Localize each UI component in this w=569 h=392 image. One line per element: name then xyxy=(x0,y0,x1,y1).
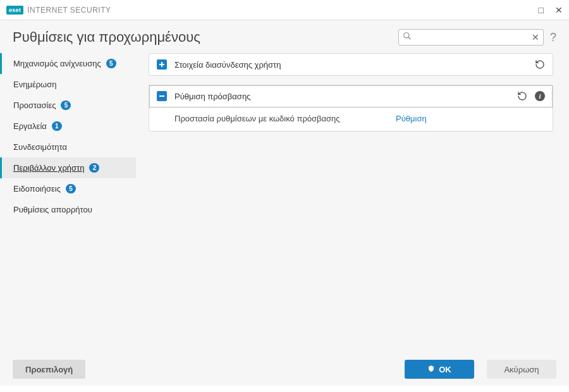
expand-icon[interactable] xyxy=(157,59,167,70)
help-icon[interactable]: ? xyxy=(550,31,556,44)
sidebar-badge: 5 xyxy=(66,184,76,193)
sidebar-item-4[interactable]: Συνδεσιμότητα xyxy=(0,137,136,157)
sidebar-item-label: Περιβάλλον χρήστη xyxy=(13,163,84,173)
panel-icons: i xyxy=(517,91,545,101)
ok-button[interactable]: OK xyxy=(405,360,474,379)
sidebar-item-7[interactable]: Ρυθμίσεις απορρήτου xyxy=(0,199,136,220)
title-left: eset INTERNET SECURITY xyxy=(6,6,111,15)
sidebar-item-2[interactable]: Προστασίες5 xyxy=(0,95,136,116)
collapse-icon[interactable] xyxy=(157,91,167,101)
sidebar-item-0[interactable]: Μηχανισμός ανίχνευσης5 xyxy=(0,53,136,74)
svg-rect-3 xyxy=(159,64,164,65)
sidebar-item-label: Συνδεσιμότητα xyxy=(13,142,67,152)
product-name: INTERNET SECURITY xyxy=(27,6,111,15)
header-row: Ρυθμίσεις για προχωρημένους ✕ ? xyxy=(0,20,569,49)
panel-user-elements: Στοιχεία διασύνδεσης χρήστη xyxy=(149,53,553,76)
header-right: ✕ ? xyxy=(398,29,556,46)
svg-rect-4 xyxy=(159,95,164,97)
sidebar-item-label: Ενημέρωση xyxy=(13,80,57,89)
cancel-button-label: Ακύρωση xyxy=(504,365,539,374)
sidebar-badge: 5 xyxy=(106,59,116,68)
setting-label: Προστασία ρυθμίσεων με κωδικό πρόσβασης xyxy=(174,114,396,123)
panel-header-user-elements[interactable]: Στοιχεία διασύνδεσης χρήστη xyxy=(149,54,553,75)
sidebar-badge: 1 xyxy=(52,121,62,131)
close-icon[interactable]: ✕ xyxy=(555,6,563,15)
content: Στοιχεία διασύνδεσης χρήστη Ρύθμιση πρόσ… xyxy=(136,49,569,353)
shield-icon xyxy=(427,365,435,374)
default-button-label: Προεπιλογή xyxy=(25,365,73,374)
panel-access-setup: Ρύθμιση πρόσβασης i Προστασία ρυθμίσεων … xyxy=(149,85,553,132)
sidebar-badge: 5 xyxy=(61,101,71,110)
panel-body-access-setup: Προστασία ρυθμίσεων με κωδικό πρόσβασης … xyxy=(149,107,553,131)
maximize-icon[interactable]: □ xyxy=(539,6,544,15)
search-input[interactable] xyxy=(398,29,544,46)
info-icon[interactable]: i xyxy=(535,91,545,101)
sidebar-item-label: Εργαλεία xyxy=(13,121,47,131)
sidebar-item-label: Προστασίες xyxy=(13,101,56,110)
default-button[interactable]: Προεπιλογή xyxy=(13,360,85,379)
page-title: Ρυθμίσεις για προχωρημένους xyxy=(13,29,200,46)
footer: Προεπιλογή OK Ακύρωση xyxy=(0,353,569,386)
title-bar: eset INTERNET SECURITY □ ✕ xyxy=(0,0,569,20)
brand-badge: eset xyxy=(6,6,23,15)
setting-action-link[interactable]: Ρύθμιση xyxy=(396,114,427,123)
sidebar: Μηχανισμός ανίχνευσης5ΕνημέρωσηΠροστασίε… xyxy=(0,49,136,353)
sidebar-item-6[interactable]: Ειδοποιήσεις5 xyxy=(0,178,136,199)
panel-header-access-setup[interactable]: Ρύθμιση πρόσβασης i xyxy=(149,85,553,107)
sidebar-item-5[interactable]: Περιβάλλον χρήστη2 xyxy=(0,157,136,178)
sidebar-badge: 2 xyxy=(89,163,99,173)
panel-title: Ρύθμιση πρόσβασης xyxy=(174,92,510,101)
revert-icon[interactable] xyxy=(535,59,545,70)
sidebar-item-label: Μηχανισμός ανίχνευσης xyxy=(13,59,101,68)
footer-right: OK Ακύρωση xyxy=(405,360,556,379)
ok-button-label: OK xyxy=(439,365,451,374)
clear-search-icon[interactable]: ✕ xyxy=(532,32,539,42)
sidebar-item-label: Ρυθμίσεις απορρήτου xyxy=(13,205,92,214)
revert-icon[interactable] xyxy=(517,91,527,101)
panel-icons xyxy=(535,59,545,70)
window-controls: □ ✕ xyxy=(539,6,563,15)
sidebar-item-3[interactable]: Εργαλεία1 xyxy=(0,116,136,137)
sidebar-item-1[interactable]: Ενημέρωση xyxy=(0,74,136,95)
sidebar-item-label: Ειδοποιήσεις xyxy=(13,184,61,193)
panel-title: Στοιχεία διασύνδεσης χρήστη xyxy=(174,60,527,70)
cancel-button[interactable]: Ακύρωση xyxy=(487,360,556,379)
search-wrap: ✕ xyxy=(398,29,544,46)
main: Μηχανισμός ανίχνευσης5ΕνημέρωσηΠροστασίε… xyxy=(0,49,569,353)
